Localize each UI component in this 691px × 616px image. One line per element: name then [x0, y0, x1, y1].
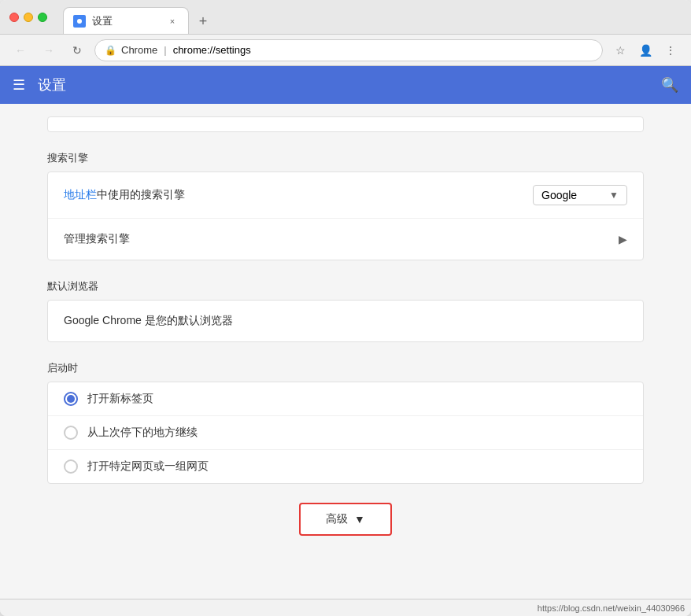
traffic-lights — [9, 13, 47, 22]
bookmark-button[interactable]: ☆ — [609, 39, 631, 61]
search-engine-value: Google — [541, 189, 577, 201]
maximize-button[interactable] — [38, 13, 47, 22]
nav-actions: ☆ 👤 ⋮ — [609, 39, 682, 61]
refresh-button[interactable]: ↻ — [66, 39, 88, 61]
address-bar[interactable]: 🔒 Chrome | chrome://settings — [94, 39, 603, 61]
lock-icon: 🔒 — [105, 45, 116, 56]
startup-option-2-label: 从上次停下的地方继续 — [87, 426, 198, 440]
forward-button[interactable]: → — [38, 39, 60, 61]
tab-area: 设置 × + — [63, 0, 682, 34]
menu-button[interactable]: ⋮ — [660, 39, 682, 61]
default-browser-label: 默认浏览器 — [47, 279, 644, 293]
radio-button-3[interactable] — [64, 459, 78, 474]
advanced-section: 高级 ▼ — [47, 503, 644, 536]
settings-title: 设置 — [38, 76, 661, 94]
on-startup-section: 启动时 打开新标签页 从上次停下的地方继续 打开特定网页或一组网页 — [47, 361, 644, 484]
search-engine-section: 搜索引擎 地址栏中使用的搜索引擎 Google ▼ 管理搜索引擎 ▶ — [47, 151, 644, 260]
status-url: https://blog.csdn.net/weixin_44030966 — [538, 603, 685, 613]
chevron-down-icon: ▼ — [609, 190, 619, 201]
minimize-button[interactable] — [24, 13, 33, 22]
hamburger-icon[interactable]: ☰ — [13, 76, 25, 94]
header-search-icon[interactable]: 🔍 — [661, 76, 678, 94]
title-bar: 设置 × + — [0, 0, 691, 35]
startup-option-2[interactable]: 从上次停下的地方继续 — [48, 416, 643, 450]
radio-button-2[interactable] — [64, 426, 78, 440]
active-tab[interactable]: 设置 × — [63, 7, 189, 34]
address-bar-search-label: 地址栏中使用的搜索引擎 — [64, 188, 533, 202]
svg-point-0 — [77, 19, 82, 24]
default-browser-section: 默认浏览器 Google Chrome 是您的默认浏览器 — [47, 279, 644, 342]
default-browser-status: Google Chrome 是您的默认浏览器 — [64, 314, 627, 328]
address-bar-search-row: 地址栏中使用的搜索引擎 Google ▼ — [48, 172, 643, 219]
tab-title: 设置 — [92, 14, 160, 28]
chevron-right-icon: ▶ — [619, 233, 627, 245]
address-url: chrome://settings — [173, 44, 251, 56]
back-button[interactable]: ← — [9, 39, 31, 61]
address-bar-link[interactable]: 地址栏 — [64, 188, 97, 201]
startup-option-1[interactable]: 打开新标签页 — [48, 382, 643, 416]
advanced-button-arrow: ▼ — [354, 513, 365, 526]
on-startup-label: 启动时 — [47, 361, 644, 375]
status-bar: https://blog.csdn.net/weixin_44030966 — [0, 599, 691, 616]
tab-favicon — [73, 15, 86, 28]
close-button[interactable] — [9, 13, 19, 22]
default-browser-card: Google Chrome 是您的默认浏览器 — [47, 300, 644, 342]
address-separator: | — [164, 44, 166, 56]
app-header: ☰ 设置 🔍 — [0, 66, 691, 104]
new-tab-button[interactable]: + — [192, 10, 214, 32]
radio-button-1[interactable] — [64, 392, 78, 406]
advanced-button-label: 高级 — [326, 512, 348, 526]
on-startup-card: 打开新标签页 从上次停下的地方继续 打开特定网页或一组网页 — [47, 382, 644, 484]
browser-window: 设置 × + ← → ↻ 🔒 Chrome | chrome://setting… — [0, 0, 691, 616]
startup-option-3[interactable]: 打开特定网页或一组网页 — [48, 450, 643, 483]
partial-card-top — [47, 116, 644, 132]
profile-button[interactable]: 👤 — [634, 39, 656, 61]
manage-search-engines-label: 管理搜索引擎 — [64, 232, 619, 246]
default-browser-row: Google Chrome 是您的默认浏览器 — [48, 301, 643, 341]
startup-option-3-label: 打开特定网页或一组网页 — [87, 459, 209, 474]
search-engine-dropdown[interactable]: Google ▼ — [533, 185, 627, 205]
startup-option-1-label: 打开新标签页 — [87, 392, 153, 406]
main-content: 搜索引擎 地址栏中使用的搜索引擎 Google ▼ 管理搜索引擎 ▶ — [0, 104, 691, 599]
search-engine-label: 搜索引擎 — [47, 151, 644, 165]
manage-search-engines-row[interactable]: 管理搜索引擎 ▶ — [48, 219, 643, 260]
tab-close-button[interactable]: × — [166, 15, 179, 28]
address-bar-search-suffix: 中使用的搜索引擎 — [97, 188, 185, 201]
advanced-button[interactable]: 高级 ▼ — [299, 503, 392, 536]
search-engine-card: 地址栏中使用的搜索引擎 Google ▼ 管理搜索引擎 ▶ — [47, 172, 644, 260]
navigation-bar: ← → ↻ 🔒 Chrome | chrome://settings ☆ 👤 ⋮ — [0, 35, 691, 66]
address-chrome-label: Chrome — [121, 44, 157, 56]
